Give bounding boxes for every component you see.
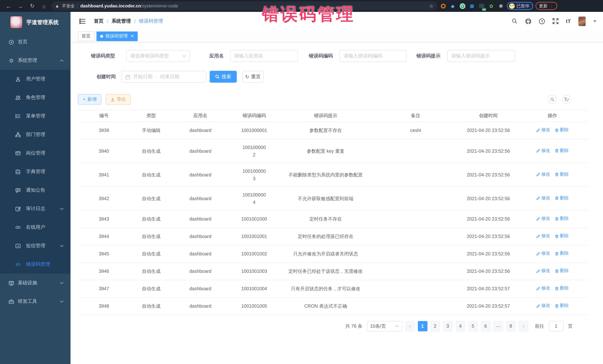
- export-button[interactable]: 导出: [106, 94, 131, 105]
- sidebar-item-book[interactable]: 字典管理: [0, 162, 70, 181]
- sidebar-item-menu-list[interactable]: 菜单管理: [0, 107, 70, 125]
- edit-link[interactable]: 修改: [536, 171, 550, 178]
- header-search-icon[interactable]: [512, 18, 518, 24]
- delete-link[interactable]: 删除: [555, 215, 569, 222]
- page-size-select[interactable]: 10条/页: [367, 321, 402, 331]
- error-type-select[interactable]: 请选择错误码类型: [126, 50, 190, 62]
- sidebar-item-code[interactable]: 错误码管理: [0, 255, 70, 274]
- extension-leaf-icon[interactable]: ✿: [487, 2, 495, 10]
- date-range-picker[interactable]: 开始日期 - 结束日期: [121, 71, 206, 83]
- help-icon[interactable]: ?: [539, 18, 545, 24]
- refresh-table-button[interactable]: ↻: [562, 95, 571, 104]
- delete-link[interactable]: 删除: [555, 250, 569, 257]
- sidebar-item-announcement[interactable]: 通知公告: [0, 181, 70, 199]
- extension-gem-icon[interactable]: ◆: [449, 2, 456, 10]
- edit-link[interactable]: 修改: [536, 195, 550, 202]
- font-size-icon[interactable]: tT: [566, 18, 571, 24]
- table-row: 3939手动编辑dashboard1001000001参数配置不存在ceshi2…: [78, 122, 588, 139]
- edit-link[interactable]: 修改: [536, 267, 550, 275]
- delete-link[interactable]: 删除: [555, 285, 569, 292]
- browser-reload-icon[interactable]: ↻: [27, 1, 37, 11]
- row-id: 3947: [78, 285, 130, 292]
- row-type: 自动生成: [130, 285, 173, 292]
- edit-link[interactable]: 修改: [536, 147, 550, 154]
- row-id: 3945: [78, 250, 130, 258]
- page-button-3[interactable]: 3: [443, 321, 452, 331]
- delete-link[interactable]: 删除: [555, 267, 569, 275]
- edit-link[interactable]: 修改: [536, 302, 550, 309]
- sidebar-item-badge[interactable]: 岗位管理: [0, 144, 70, 162]
- sidebar-item-user[interactable]: 用户管理: [0, 70, 70, 88]
- extension-dark-on-icon[interactable]: on: [478, 2, 485, 10]
- github-icon[interactable]: [525, 18, 531, 24]
- app-name-input[interactable]: 请输入应用名: [230, 50, 298, 62]
- page-button-8[interactable]: 8: [506, 321, 516, 331]
- reset-button[interactable]: ↻ 重置: [242, 71, 264, 83]
- page-button-5[interactable]: 5: [468, 321, 478, 331]
- extension-vue-icon[interactable]: V: [459, 2, 466, 10]
- sidebar-item-online-user[interactable]: 在线用户: [0, 218, 70, 236]
- sidebar-item-audit-log[interactable]: 审计日志: [0, 199, 70, 218]
- sidebar-item-label: 首页: [18, 39, 27, 45]
- edit-link[interactable]: 修改: [536, 215, 550, 222]
- browser-home-icon[interactable]: ⌂: [39, 1, 49, 11]
- delete-link[interactable]: 删除: [555, 302, 569, 309]
- row-type: 自动生成: [130, 250, 173, 258]
- toggle-search-button[interactable]: [548, 95, 557, 104]
- browser-update-button[interactable]: 更新 ⋮: [535, 2, 557, 10]
- app-logo-row[interactable]: 芋道管理系统: [0, 12, 70, 33]
- page-button-4[interactable]: 4: [455, 321, 465, 331]
- error-code-input[interactable]: 请输入错误码编码: [339, 50, 407, 62]
- row-created: 2021-04-20 23:52:56: [460, 250, 517, 258]
- error-msg-input[interactable]: 请输入错误码提示: [447, 50, 515, 62]
- sidebar-item-label: 基础设施: [18, 279, 37, 286]
- delete-link[interactable]: 删除: [555, 195, 569, 202]
- table-row: 3948自动生成dashboard1001001005CRON 表达式不正确20…: [78, 298, 588, 315]
- sidebar-collapse-icon[interactable]: [79, 18, 86, 24]
- breadcrumb-system[interactable]: 系统管理: [112, 18, 131, 24]
- tab-error-code[interactable]: 错误码管理 ✕: [96, 31, 138, 41]
- browser-menu-dots-icon[interactable]: ⋮: [550, 4, 554, 8]
- next-page-button[interactable]: ›: [519, 321, 528, 331]
- extensions-puzzle-icon[interactable]: ❇: [497, 2, 505, 10]
- tab-home[interactable]: 首页: [78, 31, 94, 41]
- delete-link[interactable]: 删除: [555, 171, 569, 178]
- delete-link[interactable]: 删除: [555, 127, 569, 134]
- table-row: 3946自动生成dashboard1001001003定时任务已经处于该状态，无…: [78, 263, 588, 280]
- browser-forward-icon[interactable]: →: [16, 1, 25, 11]
- address-bar[interactable]: ▲ 不安全 dashboard.yudao.iocoder.cn/system/…: [51, 1, 437, 10]
- user-menu-caret-icon[interactable]: [593, 20, 596, 23]
- sidebar-item-infra[interactable]: 基础设施: [0, 274, 70, 292]
- search-button[interactable]: 搜索: [210, 71, 237, 83]
- fullscreen-icon[interactable]: [553, 18, 558, 24]
- sidebar-item-gear[interactable]: 系统管理: [0, 51, 70, 70]
- page-button-2[interactable]: 2: [430, 321, 440, 331]
- user-avatar[interactable]: [578, 16, 586, 26]
- sms-icon: [15, 243, 21, 249]
- sidebar-item-sms[interactable]: 短信管理: [0, 236, 70, 255]
- profile-paused-badge[interactable]: 已暂停: [507, 2, 533, 10]
- prev-page-button[interactable]: ‹: [405, 321, 415, 331]
- extension-orange-icon[interactable]: [439, 2, 447, 10]
- sidebar-item-dashboard[interactable]: 首页: [0, 33, 70, 51]
- tab-close-icon[interactable]: ✕: [131, 34, 134, 39]
- sidebar-item-org-tree[interactable]: 部门管理: [0, 125, 70, 144]
- page-button-1[interactable]: 1: [418, 321, 427, 331]
- page-button-6[interactable]: 6: [481, 321, 490, 331]
- edit-link[interactable]: 修改: [536, 285, 550, 292]
- sidebar-item-users[interactable]: 角色管理: [0, 88, 70, 107]
- sidebar-item-dev-tools[interactable]: 研发工具: [0, 292, 70, 311]
- goto-page-input[interactable]: [549, 321, 564, 331]
- delete-link[interactable]: 删除: [555, 232, 569, 240]
- edit-link[interactable]: 修改: [536, 250, 550, 257]
- extension-grid-icon[interactable]: ▦: [468, 2, 476, 10]
- browser-back-icon[interactable]: ←: [4, 1, 13, 11]
- delete-link[interactable]: 删除: [555, 147, 569, 154]
- more-pages-button[interactable]: ⋯: [493, 321, 503, 331]
- sidebar-item-label: 在线用户: [26, 224, 45, 231]
- edit-link[interactable]: 修改: [536, 232, 550, 240]
- add-button[interactable]: + 新增: [78, 94, 102, 105]
- bookmark-star-icon[interactable]: ☆: [429, 3, 433, 9]
- breadcrumb-home[interactable]: 首页: [94, 18, 104, 24]
- edit-link[interactable]: 修改: [536, 127, 550, 134]
